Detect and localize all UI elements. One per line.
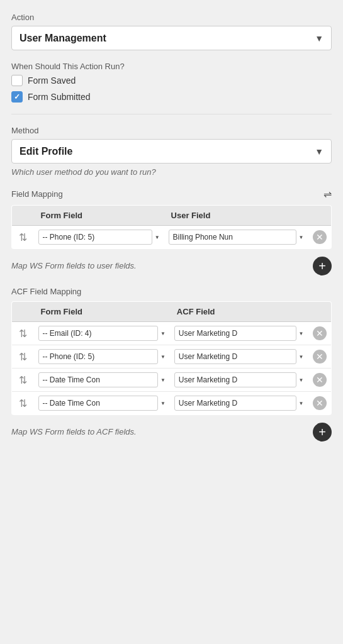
table-row: ⇅ -- Date Time Con User Marketing D ✕: [12, 392, 332, 415]
field-mapping-section: Field Mapping ⇌ Form Field User Field ⇅ …: [11, 188, 332, 275]
form-field-cell[interactable]: -- Date Time Con: [35, 392, 171, 415]
remove-cell: ✕: [309, 345, 332, 369]
form-saved-label: Form Saved: [28, 75, 76, 86]
acf-field-mapping-hint: Map WS Form fields to ACF fields.: [11, 427, 137, 436]
action-section: Action User Management ▼: [11, 13, 332, 50]
form-submitted-row: Form Submitted: [11, 91, 332, 103]
arrows-icon: ⇌: [323, 188, 332, 200]
method-label: Method: [11, 126, 332, 135]
method-hint: Which user method do you want to run?: [11, 167, 332, 177]
acf-field-cell[interactable]: User Marketing D: [171, 392, 309, 415]
form-field-cell[interactable]: -- Phone (ID: 5): [35, 345, 171, 369]
acf-field-mapping-header-row: Form Field ACF Field: [12, 302, 332, 322]
form-field-select[interactable]: -- Phone (ID: 5): [38, 230, 152, 245]
field-mapping-table: Form Field User Field ⇅ -- Phone (ID: 5)…: [11, 205, 332, 249]
remove-cell: ✕: [309, 369, 332, 392]
method-section: Method Edit Profile ▼ Which user method …: [11, 126, 332, 177]
form-field-cell[interactable]: -- Date Time Con: [35, 369, 171, 392]
acf-remove-button[interactable]: ✕: [313, 350, 327, 364]
sort-handle[interactable]: ⇅: [12, 345, 35, 369]
table-row: ⇅ -- Date Time Con User Marketing D ✕: [12, 369, 332, 392]
field-mapping-header-row: Form Field User Field: [12, 206, 332, 226]
form-submitted-label: Form Submitted: [28, 92, 91, 102]
acf-form-field-select[interactable]: -- Date Time Con: [38, 396, 158, 411]
action-select[interactable]: User Management: [12, 26, 331, 50]
table-row: ⇅ -- Email (ID: 4) User Marketing D ✕: [12, 322, 332, 345]
form-saved-row: Form Saved: [11, 75, 332, 86]
sort-handle[interactable]: ⇅: [12, 369, 35, 392]
sort-handle[interactable]: ⇅: [12, 226, 35, 249]
user-field-cell[interactable]: Billing Phone Nun: [165, 226, 309, 249]
acf-field-cell[interactable]: User Marketing D: [171, 369, 309, 392]
form-field-cell[interactable]: -- Email (ID: 4): [35, 322, 171, 345]
table-row: ⇅ -- Phone (ID: 5) User Marketing D ✕: [12, 345, 332, 369]
remove-cell: ✕: [309, 226, 332, 249]
field-mapping-th-sort: [12, 206, 35, 226]
acf-field-select[interactable]: User Marketing D: [174, 349, 296, 364]
acf-form-field-select[interactable]: -- Email (ID: 4): [38, 326, 158, 341]
form-submitted-checkbox[interactable]: [11, 91, 23, 103]
acf-field-mapping-header: ACF Field Mapping: [11, 287, 332, 296]
divider-1: [11, 114, 332, 114]
acf-field-select[interactable]: User Marketing D: [174, 396, 296, 411]
remove-cell: ✕: [309, 392, 332, 415]
acf-field-cell[interactable]: User Marketing D: [171, 322, 309, 345]
field-mapping-th-remove: [309, 206, 332, 226]
when-checkbox-group: Form Saved Form Submitted: [11, 75, 332, 103]
acf-field-mapping-section: ACF Field Mapping Form Field ACF Field ⇅…: [11, 287, 332, 441]
when-label: When Should This Action Run?: [11, 62, 332, 71]
field-mapping-hint: Map WS Form fields to user fields.: [11, 261, 137, 270]
field-mapping-th-form-field: Form Field: [35, 206, 165, 226]
acf-field-mapping-footer: Map WS Form fields to ACF fields. +: [11, 418, 332, 441]
acf-field-cell[interactable]: User Marketing D: [171, 345, 309, 369]
sort-handle[interactable]: ⇅: [12, 322, 35, 345]
acf-form-field-select[interactable]: -- Phone (ID: 5): [38, 349, 158, 364]
acf-form-field-select[interactable]: -- Date Time Con: [38, 372, 158, 387]
acf-remove-button[interactable]: ✕: [313, 326, 327, 340]
acf-th-remove: [309, 302, 332, 322]
field-mapping-add-button[interactable]: +: [313, 257, 332, 275]
method-select-wrapper[interactable]: Edit Profile ▼: [11, 139, 332, 164]
acf-field-mapping-add-button[interactable]: +: [313, 423, 332, 441]
user-field-select[interactable]: Billing Phone Nun: [169, 230, 296, 245]
acf-remove-button[interactable]: ✕: [313, 373, 327, 387]
action-label: Action: [11, 13, 332, 22]
field-mapping-header: Field Mapping ⇌: [11, 188, 332, 200]
method-select[interactable]: Edit Profile: [12, 140, 331, 163]
action-select-wrapper[interactable]: User Management ▼: [11, 26, 332, 50]
acf-field-mapping-title: ACF Field Mapping: [11, 287, 81, 296]
table-row: ⇅ -- Phone (ID: 5) Billing Phone Nun ✕: [12, 226, 332, 249]
acf-th-sort: [12, 302, 35, 322]
sort-handle[interactable]: ⇅: [12, 392, 35, 415]
remove-cell: ✕: [309, 322, 332, 345]
acf-remove-button[interactable]: ✕: [313, 396, 327, 410]
acf-th-acf-field: ACF Field: [171, 302, 309, 322]
field-mapping-title: Field Mapping: [11, 189, 63, 199]
field-mapping-th-user-field: User Field: [165, 206, 309, 226]
acf-field-select[interactable]: User Marketing D: [174, 326, 296, 341]
remove-button[interactable]: ✕: [313, 230, 327, 244]
form-saved-checkbox[interactable]: [11, 75, 23, 86]
acf-field-mapping-table: Form Field ACF Field ⇅ -- Email (ID: 4) …: [11, 301, 332, 415]
field-mapping-footer: Map WS Form fields to user fields. +: [11, 252, 332, 275]
acf-th-form-field: Form Field: [35, 302, 171, 322]
when-section: When Should This Action Run? Form Saved …: [11, 62, 332, 103]
acf-field-select[interactable]: User Marketing D: [174, 372, 296, 387]
form-field-cell[interactable]: -- Phone (ID: 5): [35, 226, 165, 249]
